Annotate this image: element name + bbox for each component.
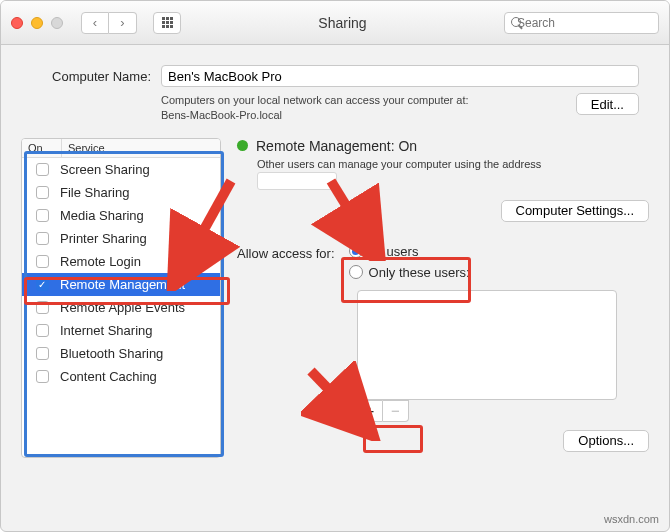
radio-only-these-users[interactable]: Only these users: xyxy=(349,265,470,280)
minimize-window-icon[interactable] xyxy=(31,17,43,29)
service-label: Remote Apple Events xyxy=(60,300,185,315)
search-field[interactable] xyxy=(504,12,659,34)
service-row-content-caching[interactable]: Content Caching xyxy=(22,365,220,388)
status-on-icon xyxy=(237,140,248,151)
service-label: Screen Sharing xyxy=(60,162,150,177)
zoom-window-icon xyxy=(51,17,63,29)
options-button[interactable]: Options... xyxy=(563,430,649,452)
service-checkbox[interactable] xyxy=(36,163,49,176)
service-row-remote-login[interactable]: Remote Login xyxy=(22,250,220,273)
service-checkbox[interactable] xyxy=(36,232,49,245)
back-button[interactable]: ‹ xyxy=(81,12,109,34)
service-row-screen-sharing[interactable]: Screen Sharing xyxy=(22,158,220,181)
sharing-prefs-window: ‹ › Sharing Computer Name: Computers on … xyxy=(0,0,670,532)
status-desc: Other users can manage your computer usi… xyxy=(257,158,649,170)
computer-name-input[interactable] xyxy=(161,65,639,87)
radio-icon xyxy=(349,265,363,279)
service-checkbox[interactable] xyxy=(36,370,49,383)
forward-button[interactable]: › xyxy=(109,12,137,34)
service-label: Media Sharing xyxy=(60,208,144,223)
allow-access-label: Allow access for: xyxy=(237,244,335,261)
status-text: Remote Management: On xyxy=(256,138,417,154)
remove-user-button[interactable]: − xyxy=(383,400,409,422)
users-list[interactable] xyxy=(357,290,617,400)
col-service: Service xyxy=(62,139,220,157)
service-row-file-sharing[interactable]: File Sharing xyxy=(22,181,220,204)
service-label: File Sharing xyxy=(60,185,129,200)
add-user-button[interactable]: + xyxy=(357,400,383,422)
edit-button[interactable]: Edit... xyxy=(576,93,639,115)
show-all-button[interactable] xyxy=(153,12,181,34)
service-checkbox[interactable] xyxy=(36,186,49,199)
search-input[interactable] xyxy=(517,16,667,30)
address-box xyxy=(257,172,337,190)
service-label: Internet Sharing xyxy=(60,323,153,338)
service-label: Content Caching xyxy=(60,369,157,384)
service-label: Printer Sharing xyxy=(60,231,147,246)
computer-name-desc: Computers on your local network can acce… xyxy=(161,93,469,108)
computer-name-hostname: Bens-MacBook-Pro.local xyxy=(161,108,469,123)
window-controls xyxy=(11,17,63,29)
service-row-bluetooth-sharing[interactable]: Bluetooth Sharing xyxy=(22,342,220,365)
service-row-printer-sharing[interactable]: Printer Sharing xyxy=(22,227,220,250)
service-label: Bluetooth Sharing xyxy=(60,346,163,361)
service-row-remote-apple-events[interactable]: Remote Apple Events xyxy=(22,296,220,319)
close-window-icon[interactable] xyxy=(11,17,23,29)
col-on: On xyxy=(22,139,62,157)
radio-icon xyxy=(349,244,363,258)
window-title: Sharing xyxy=(189,15,496,31)
service-checkbox[interactable] xyxy=(36,347,49,360)
radio-all-users[interactable]: All users xyxy=(349,244,470,259)
service-row-internet-sharing[interactable]: Internet Sharing xyxy=(22,319,220,342)
service-checkbox[interactable] xyxy=(36,209,49,222)
service-checkbox[interactable] xyxy=(36,324,49,337)
service-label: Remote Management xyxy=(60,277,185,292)
titlebar: ‹ › Sharing xyxy=(1,1,669,45)
service-label: Remote Login xyxy=(60,254,141,269)
service-checkbox[interactable] xyxy=(36,255,49,268)
computer-name-label: Computer Name: xyxy=(31,65,151,84)
grid-icon xyxy=(162,17,173,28)
nav-back-forward: ‹ › xyxy=(81,12,137,34)
watermark: wsxdn.com xyxy=(604,513,659,525)
service-checkbox[interactable]: ✓ xyxy=(36,278,49,291)
services-table: On Service Screen SharingFile SharingMed… xyxy=(21,138,221,458)
computer-settings-button[interactable]: Computer Settings... xyxy=(501,200,650,222)
service-row-remote-management[interactable]: ✓Remote Management xyxy=(22,273,220,296)
service-row-media-sharing[interactable]: Media Sharing xyxy=(22,204,220,227)
service-checkbox[interactable] xyxy=(36,301,49,314)
detail-pane: Remote Management: On Other users can ma… xyxy=(237,138,649,458)
